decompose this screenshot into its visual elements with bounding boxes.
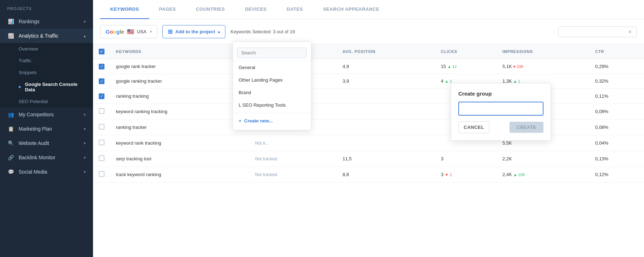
- row-checkbox[interactable]: [99, 124, 104, 130]
- keyword-search-input[interactable]: [563, 29, 625, 34]
- row-keyword: keyword ranking tracking: [110, 103, 249, 119]
- dropdown-search-container: [233, 45, 311, 61]
- sidebar-item-social[interactable]: 💬 Social Media ▾: [0, 165, 93, 179]
- dropdown-item-general[interactable]: General: [233, 61, 311, 74]
- analytics-sub-menu: Overview Traffic Snippets Google Search …: [0, 43, 93, 107]
- header-ctr: CTR: [590, 44, 644, 59]
- dropdown-item-l-seo[interactable]: L SEO Reporting Tools: [233, 99, 311, 111]
- table-row: ✓ranking trackingTr...1,8K0,11%: [93, 89, 644, 104]
- sidebar-sub-gsc[interactable]: Google Search Console Data: [0, 78, 93, 96]
- row-ctr: 0,08%: [590, 119, 644, 135]
- plus-icon: +: [239, 118, 241, 123]
- backlink-icon: 🔗: [7, 155, 14, 160]
- dropdown-overlay: General Other Landing Pages Brand L SEO …: [233, 42, 311, 130]
- website-audit-chevron-icon: ▾: [84, 141, 86, 146]
- sidebar-item-competitors[interactable]: 👥 My Competitors ▾: [0, 107, 93, 122]
- sidebar-item-website-audit[interactable]: 🔍 Website Audit ▾: [0, 136, 93, 150]
- create-button[interactable]: CREATE: [509, 122, 543, 133]
- country-label: USA: [137, 29, 147, 34]
- dropdown-create-new[interactable]: + Create new...: [233, 115, 311, 127]
- row-ctr: 0,13%: [590, 151, 644, 166]
- sidebar-item-backlink[interactable]: 🔗 Backlink Monitor ▾: [0, 150, 93, 165]
- sidebar-item-website-audit-label: Website Audit: [19, 140, 49, 146]
- backlink-chevron-icon: ▾: [84, 155, 86, 160]
- row-checkbox[interactable]: [99, 155, 104, 161]
- main-content: KEYWORDS PAGES COUNTRIES DEVICES DATES S…: [93, 0, 644, 257]
- competitors-chevron-icon: ▾: [84, 112, 86, 117]
- row-checkbox[interactable]: ✓: [99, 93, 104, 99]
- add-icon: ⊞: [168, 28, 172, 35]
- seo-potential-label: SEO Potential: [19, 99, 48, 104]
- toolbar: Google 🇺🇸 USA ▾ ⊞ Add to the project ▴ K…: [93, 19, 644, 44]
- dropdown-search-input[interactable]: [237, 48, 307, 58]
- tab-dates[interactable]: DATES: [277, 0, 313, 19]
- row-keyword: google rank tracker: [110, 59, 249, 74]
- country-selector[interactable]: Google 🇺🇸 USA ▾: [100, 25, 157, 38]
- row-checkbox[interactable]: [99, 140, 104, 145]
- row-checkbox[interactable]: ✓: [99, 64, 104, 69]
- traffic-label: Traffic: [19, 58, 31, 63]
- country-chevron-icon: ▾: [150, 29, 152, 34]
- row-avg-position: 11,5: [337, 151, 435, 166]
- table-header-row: ✓ KEYWORDS POSITION ▲ AVG. POSITION CLIC…: [93, 44, 644, 59]
- row-checkbox-cell[interactable]: [93, 103, 110, 119]
- sidebar-item-rankings-label: Rankings: [19, 19, 39, 24]
- header-keywords: KEYWORDS: [110, 44, 249, 59]
- social-icon: 💬: [7, 169, 14, 175]
- sidebar-item-analytics[interactable]: 📈 Analytics & Traffic ▴: [0, 29, 93, 43]
- marketing-icon: 📋: [7, 126, 14, 132]
- row-ctr: 0,11%: [590, 89, 644, 104]
- row-ctr: 0,09%: [590, 103, 644, 119]
- sidebar-sub-snippets[interactable]: Snippets: [0, 67, 93, 78]
- row-impressions: 5,1K ♥ 339: [497, 59, 589, 74]
- row-checkbox[interactable]: [99, 171, 104, 177]
- row-checkbox-cell[interactable]: [93, 151, 110, 166]
- sidebar-item-competitors-label: My Competitors: [19, 112, 54, 117]
- create-group-input[interactable]: [458, 102, 543, 116]
- tab-pages[interactable]: PAGES: [149, 0, 186, 19]
- sidebar-item-rankings[interactable]: 📊 Rankings ▾: [0, 14, 93, 29]
- tab-bar: KEYWORDS PAGES COUNTRIES DEVICES DATES S…: [93, 0, 644, 19]
- row-ctr: 0,29%: [590, 59, 644, 74]
- sidebar-sub-overview[interactable]: Overview: [0, 43, 93, 55]
- clear-search-icon[interactable]: ✕: [628, 29, 632, 35]
- header-checkbox-cell[interactable]: ✓: [93, 44, 110, 59]
- row-avg-position: 4,9: [337, 59, 435, 74]
- row-checkbox-cell[interactable]: ✓: [93, 89, 110, 104]
- row-checkbox-cell[interactable]: ✓: [93, 59, 110, 74]
- tab-countries[interactable]: COUNTRIES: [186, 0, 235, 19]
- tab-keywords[interactable]: KEYWORDS: [100, 0, 149, 19]
- marketing-chevron-icon: ▾: [84, 127, 86, 131]
- row-ctr: 0,04%: [590, 135, 644, 151]
- select-all-checkbox[interactable]: ✓: [99, 49, 104, 54]
- row-checkbox[interactable]: [99, 108, 104, 114]
- row-checkbox-cell[interactable]: [93, 166, 110, 182]
- row-position: Not tr...: [249, 135, 337, 151]
- rankings-icon: 📊: [7, 19, 14, 24]
- row-checkbox[interactable]: ✓: [99, 78, 104, 84]
- row-clicks: 3 ▼ 1: [435, 166, 497, 182]
- gsc-label: Google Search Console Data: [25, 82, 86, 92]
- row-checkbox-cell[interactable]: [93, 119, 110, 135]
- flag-icon: 🇺🇸: [127, 28, 134, 35]
- sidebar-sub-traffic[interactable]: Traffic: [0, 55, 93, 67]
- row-checkbox-cell[interactable]: ✓: [93, 74, 110, 89]
- cancel-button[interactable]: CANCEL: [458, 121, 489, 133]
- table-row: track keyword rankingNot tracked8,83 ▼ 1…: [93, 166, 644, 182]
- add-chevron-icon: ▴: [218, 29, 220, 34]
- row-clicks: 3: [435, 151, 497, 166]
- keyword-search-box[interactable]: ✕: [558, 26, 637, 37]
- dropdown-item-other-landing[interactable]: Other Landing Pages: [233, 74, 311, 86]
- sidebar-sub-seo-potential[interactable]: SEO Potential: [0, 96, 93, 107]
- add-to-project-button[interactable]: ⊞ Add to the project ▴: [162, 25, 225, 38]
- tab-devices[interactable]: DEVICES: [235, 0, 277, 19]
- dropdown-item-brand[interactable]: Brand: [233, 86, 311, 99]
- tab-search-appearance[interactable]: SEARCH APPEARANCE: [313, 0, 390, 19]
- table-row: ranking trackerNot tr...2,5K ♥ 1070,08%: [93, 119, 644, 135]
- row-ctr: 0,12%: [590, 166, 644, 182]
- sidebar-item-marketing[interactable]: 📋 Marketing Plan ▾: [0, 122, 93, 136]
- create-group-dialog: Create group CANCEL CREATE: [451, 83, 551, 141]
- row-avg-position: [337, 119, 435, 135]
- create-new-label: Create new...: [244, 118, 273, 123]
- row-checkbox-cell[interactable]: [93, 135, 110, 151]
